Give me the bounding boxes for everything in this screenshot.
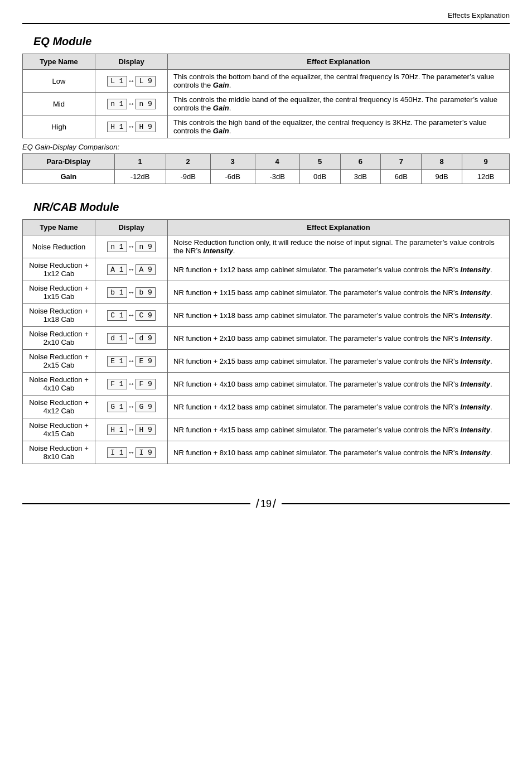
- effect-cell: Noise Reduction function only, it will r…: [168, 235, 510, 258]
- display-cell: C 1↔C 9: [95, 304, 168, 327]
- table-row: Midn 1↔n 9This controls the middle band …: [23, 93, 510, 115]
- gain-th: 4: [255, 154, 299, 170]
- gain-td: 0dB: [299, 170, 340, 184]
- table-row: LowL 1↔L 9This controls the bottom band …: [23, 70, 510, 93]
- gain-th: 2: [166, 154, 210, 170]
- gain-th: 9: [462, 154, 510, 170]
- display-arrow: ↔: [129, 100, 134, 108]
- display-arrow: ↔: [129, 449, 134, 457]
- gain-td: 12dB: [462, 170, 510, 184]
- gain-td: Gain: [23, 170, 115, 184]
- display-indicator: A 1↔A 9: [107, 264, 156, 275]
- footer-line-right: [282, 503, 510, 504]
- eq-th-display: Display: [95, 54, 168, 70]
- type-name-cell: Noise Reduction +4x10 Cab: [23, 373, 95, 396]
- display-arrow: ↔: [129, 426, 134, 434]
- display-indicator: I 1↔I 9: [107, 447, 156, 458]
- type-name-cell: Noise Reduction: [23, 235, 95, 258]
- table-row: Noise Reduction +4x10 CabF 1↔F 9NR funct…: [23, 373, 510, 396]
- footer-page-number: / 19 /: [250, 498, 282, 510]
- gain-td: 9dB: [422, 170, 462, 184]
- explanation-text: NR function + 2x15 bass amp cabinet simu…: [173, 357, 492, 365]
- header-title: Effects Explanation: [448, 11, 510, 20]
- display-indicator: E 1↔E 9: [107, 356, 156, 367]
- table-row: Noise Reduction +2x10 Cabd 1↔d 9NR funct…: [23, 327, 510, 350]
- effect-cell: This controls the middle band of the equ…: [168, 93, 510, 115]
- display-arrow: ↔: [129, 77, 134, 85]
- display-right: G 9: [136, 402, 155, 412]
- display-right: n 9: [136, 99, 155, 109]
- display-right: C 9: [136, 310, 155, 321]
- explanation-text: NR function + 4x10 bass amp cabinet simu…: [173, 380, 492, 388]
- explanation-text: NR function + 2x10 bass amp cabinet simu…: [173, 334, 492, 343]
- type-name-cell: Low: [23, 70, 95, 93]
- display-cell: H 1↔H 9: [95, 418, 168, 441]
- type-name-cell: Noise Reduction +2x15 Cab: [23, 350, 95, 373]
- display-left: n 1: [107, 99, 127, 109]
- effect-cell: NR function + 8x10 bass amp cabinet simu…: [168, 441, 510, 464]
- display-indicator: b 1↔b 9: [107, 287, 156, 298]
- gain-th: 6: [340, 154, 381, 170]
- display-right: b 9: [136, 287, 155, 298]
- display-cell: H 1↔H 9: [95, 115, 168, 138]
- gain-td: -6dB: [210, 170, 255, 184]
- display-left: n 1: [107, 242, 127, 252]
- effect-cell: NR function + 4x15 bass amp cabinet simu…: [168, 418, 510, 441]
- display-cell: n 1↔n 9: [95, 93, 168, 115]
- type-name-cell: Noise Reduction +8x10 Cab: [23, 441, 95, 464]
- display-cell: d 1↔d 9: [95, 327, 168, 350]
- display-left: b 1: [107, 287, 127, 298]
- table-row: Noise Reduction +1x15 Cabb 1↔b 9NR funct…: [23, 281, 510, 304]
- type-name-cell: Noise Reduction +1x18 Cab: [23, 304, 95, 327]
- display-cell: b 1↔b 9: [95, 281, 168, 304]
- display-indicator: H 1↔H 9: [107, 122, 156, 132]
- effect-cell: NR function + 2x10 bass amp cabinet simu…: [168, 327, 510, 350]
- type-name-cell: Noise Reduction +1x15 Cab: [23, 281, 95, 304]
- table-row: Noise Reduction +2x15 CabE 1↔E 9NR funct…: [23, 350, 510, 373]
- table-row: Noise Reduction +4x12 CabG 1↔G 9NR funct…: [23, 396, 510, 418]
- footer-number-text: 19: [260, 498, 272, 510]
- effect-cell: NR function + 1x12 bass amp cabinet simu…: [168, 258, 510, 281]
- display-arrow: ↔: [129, 357, 134, 365]
- display-left: H 1: [107, 122, 127, 132]
- display-indicator: n 1↔n 9: [107, 242, 156, 252]
- display-right: L 9: [136, 76, 155, 86]
- eq-th-typename: Type Name: [23, 54, 95, 70]
- nrcab-section: NR/CAB Module Type Name Display Effect E…: [22, 201, 510, 464]
- effect-cell: NR function + 4x12 bass amp cabinet simu…: [168, 396, 510, 418]
- explanation-text: Noise Reduction function only, it will r…: [173, 238, 495, 255]
- explanation-text: This controls the middle band of the equ…: [173, 95, 497, 112]
- footer-wave-left: /: [256, 498, 259, 510]
- display-arrow: ↔: [129, 123, 134, 131]
- eq-th-effect: Effect Explanation: [168, 54, 510, 70]
- gain-th: 7: [381, 154, 422, 170]
- explanation-text: NR function + 1x15 bass amp cabinet simu…: [173, 288, 492, 297]
- display-arrow: ↔: [129, 334, 134, 343]
- explanation-text: NR function + 1x18 bass amp cabinet simu…: [173, 311, 492, 320]
- gain-th: 3: [210, 154, 255, 170]
- display-right: I 9: [136, 447, 155, 458]
- display-cell: G 1↔G 9: [95, 396, 168, 418]
- display-right: F 9: [136, 379, 155, 389]
- display-cell: I 1↔I 9: [95, 441, 168, 464]
- display-arrow: ↔: [129, 266, 134, 274]
- type-name-cell: Noise Reduction +4x15 Cab: [23, 418, 95, 441]
- effect-cell: NR function + 1x15 bass amp cabinet simu…: [168, 281, 510, 304]
- page-header: Effects Explanation: [22, 11, 510, 24]
- display-left: F 1: [107, 379, 127, 389]
- nrcab-th-effect: Effect Explanation: [168, 220, 510, 235]
- display-indicator: F 1↔F 9: [107, 379, 156, 389]
- explanation-text: This controls the bottom band of the equ…: [173, 73, 494, 89]
- gain-td: -9dB: [166, 170, 210, 184]
- display-left: I 1: [107, 447, 127, 458]
- display-left: G 1: [107, 402, 127, 412]
- type-name-cell: High: [23, 115, 95, 138]
- nrcab-th-display: Display: [95, 220, 168, 235]
- effect-cell: NR function + 1x18 bass amp cabinet simu…: [168, 304, 510, 327]
- explanation-text: NR function + 4x15 bass amp cabinet simu…: [173, 426, 492, 434]
- table-row: Noise Reduction +1x12 CabA 1↔A 9NR funct…: [23, 258, 510, 281]
- gain-table: Para-Display123456789 Gain-12dB-9dB-6dB-…: [22, 153, 510, 184]
- display-indicator: G 1↔G 9: [107, 402, 156, 412]
- gain-th: 5: [299, 154, 340, 170]
- display-left: L 1: [107, 76, 127, 86]
